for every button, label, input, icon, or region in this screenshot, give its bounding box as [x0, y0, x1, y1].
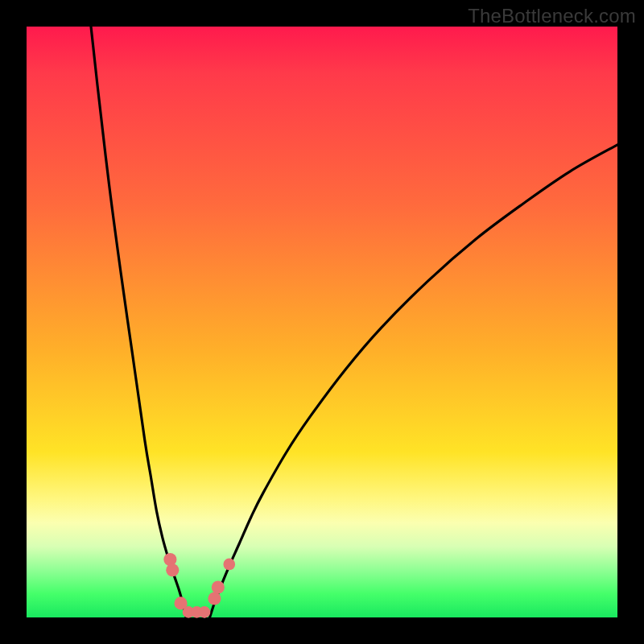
- data-marker-7: [212, 580, 225, 593]
- data-marker-8: [223, 559, 235, 571]
- chart-frame: TheBottleneck.com: [0, 0, 644, 644]
- curve-right-curve: [210, 145, 617, 617]
- curve-layer: [27, 27, 617, 617]
- watermark-text: TheBottleneck.com: [468, 5, 636, 27]
- data-marker-5: [199, 606, 211, 618]
- data-marker-1: [166, 564, 179, 576]
- data-marker-6: [208, 592, 221, 605]
- curve-left-curve: [91, 27, 186, 617]
